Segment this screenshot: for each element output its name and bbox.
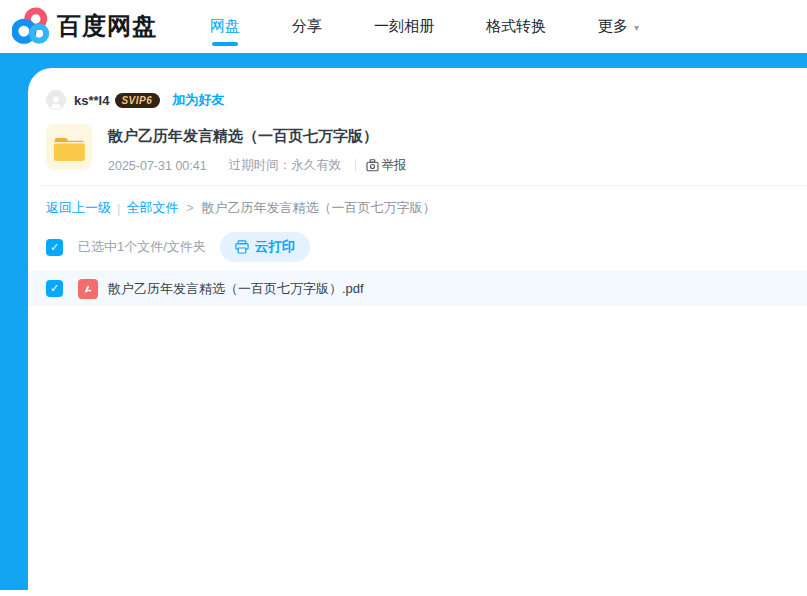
share-card: ks**l4 SVIP6 加为好友 散户乙历年发言精选（一百页七万字版） 202… bbox=[28, 68, 807, 596]
person-icon bbox=[49, 95, 63, 109]
cloud-print-label: 云打印 bbox=[255, 238, 296, 256]
sharer-info-row: ks**l4 SVIP6 加为好友 bbox=[46, 90, 224, 110]
svip-badge: SVIP6 bbox=[115, 93, 160, 108]
add-friend-link[interactable]: 加为好友 bbox=[172, 91, 224, 109]
breadcrumb-separator: > bbox=[186, 201, 193, 215]
chevron-down-icon: ▾ bbox=[634, 22, 639, 33]
check-icon: ✓ bbox=[50, 242, 59, 253]
nav-tab-label: 格式转换 bbox=[486, 17, 546, 36]
pdf-file-icon bbox=[78, 279, 98, 299]
page: 百度网盘 网盘 分享 一刻相册 格式转换 更多 ▾ bbox=[0, 0, 807, 596]
selection-count-text: 已选中1个文件/文件夹 bbox=[78, 238, 206, 256]
file-name[interactable]: 散户乙历年发言精选（一百页七万字版）.pdf bbox=[108, 280, 364, 298]
sharer-username: ks**l4 bbox=[74, 93, 109, 108]
top-header: 百度网盘 网盘 分享 一刻相册 格式转换 更多 ▾ bbox=[0, 0, 807, 53]
report-alarm-icon bbox=[366, 159, 379, 172]
nav-tab-format-convert[interactable]: 格式转换 bbox=[486, 0, 546, 53]
breadcrumb-all-files-link[interactable]: 全部文件 bbox=[126, 199, 178, 217]
file-list-row[interactable]: ✓ 散户乙历年发言精选（一百页七万字版）.pdf bbox=[28, 271, 807, 306]
report-button[interactable]: 举报 bbox=[366, 157, 406, 174]
share-date: 2025-07-31 00:41 bbox=[108, 159, 207, 173]
cloud-print-button[interactable]: 云打印 bbox=[220, 232, 311, 262]
nav-tab-label: 一刻相册 bbox=[374, 17, 434, 36]
nav-tab-more[interactable]: 更多 ▾ bbox=[598, 0, 639, 53]
nav-tab-label: 网盘 bbox=[210, 17, 240, 36]
breadcrumb: 返回上一级 | 全部文件 > 散户乙历年发言精选（一百页七万字版） bbox=[46, 199, 435, 217]
nav-tab-share[interactable]: 分享 bbox=[292, 0, 322, 53]
breadcrumb-back-link[interactable]: 返回上一级 bbox=[46, 199, 111, 217]
file-head-text: 散户乙历年发言精选（一百页七万字版） 2025-07-31 00:41 过期时间… bbox=[108, 124, 406, 174]
breadcrumb-current-folder: 散户乙历年发言精选（一百页七万字版） bbox=[201, 199, 435, 217]
nav-tab-album[interactable]: 一刻相册 bbox=[374, 0, 434, 53]
section-divider bbox=[40, 185, 807, 186]
logo[interactable]: 百度网盘 bbox=[12, 7, 157, 45]
share-title: 散户乙历年发言精选（一百页七万字版） bbox=[108, 127, 406, 146]
nav-tab-label: 更多 bbox=[598, 17, 628, 36]
meta-divider bbox=[355, 159, 356, 172]
nav-tab-label: 分享 bbox=[292, 17, 322, 36]
logo-text: 百度网盘 bbox=[57, 10, 157, 42]
check-icon: ✓ bbox=[50, 283, 59, 294]
select-all-checkbox[interactable]: ✓ bbox=[46, 239, 63, 256]
active-tab-underline bbox=[212, 42, 238, 46]
report-label: 举报 bbox=[381, 157, 406, 174]
nav-tab-netdisk[interactable]: 网盘 bbox=[210, 0, 240, 53]
share-file-header: 散户乙历年发言精选（一百页七万字版） 2025-07-31 00:41 过期时间… bbox=[46, 124, 406, 174]
share-meta: 2025-07-31 00:41 过期时间：永久有效 举报 bbox=[108, 157, 406, 174]
breadcrumb-pipe: | bbox=[117, 201, 120, 216]
expire-info: 过期时间：永久有效 bbox=[229, 157, 342, 174]
main-nav: 网盘 分享 一刻相册 格式转换 更多 ▾ bbox=[210, 0, 639, 53]
printer-icon bbox=[235, 240, 249, 254]
selection-toolbar: ✓ 已选中1个文件/文件夹 云打印 bbox=[46, 232, 310, 262]
file-row-checkbox[interactable]: ✓ bbox=[46, 280, 63, 297]
avatar bbox=[46, 90, 66, 110]
folder-icon bbox=[46, 124, 92, 170]
baidu-netdisk-logo-icon bbox=[12, 7, 50, 45]
